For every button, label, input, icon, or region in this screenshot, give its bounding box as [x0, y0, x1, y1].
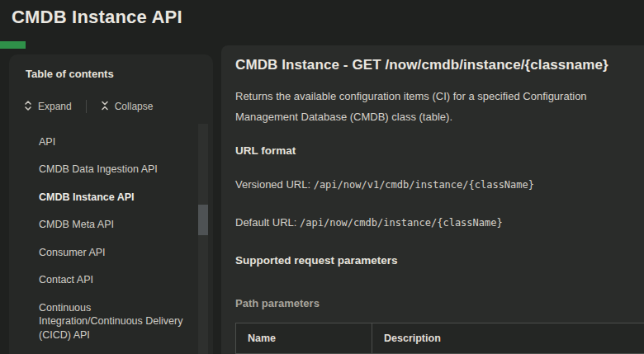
collapse-icon: [101, 100, 109, 114]
sidebar-item-consumer-api[interactable]: Consumer API: [39, 238, 185, 267]
collapse-button[interactable]: Collapse: [101, 100, 154, 114]
url-format-heading: URL format: [235, 144, 644, 157]
sidebar-item-csm-attachment-api[interactable]: CSM Attachment API: [39, 349, 185, 354]
default-url-value: /api/now/cmdb/instance/{className}: [300, 217, 503, 229]
versioned-url-value: /api/now/v1/cmdb/instance/{className}: [314, 179, 534, 191]
expand-label: Expand: [38, 101, 72, 112]
article-heading: CMDB Instance - GET /now/cmdb/instance/{…: [235, 57, 644, 73]
sidebar-item-cmdb-meta-api[interactable]: CMDB Meta API: [39, 211, 185, 239]
table-header-description: Description: [372, 323, 644, 354]
path-parameters-heading: Path parameters: [235, 297, 644, 309]
supported-request-parameters-heading: Supported request parameters: [235, 254, 644, 267]
main-content: CMDB Instance - GET /now/cmdb/instance/{…: [221, 45, 644, 354]
page: CMDB Instance API Table of contents Expa…: [0, 0, 644, 354]
intro-paragraph: Returns the available configuration item…: [235, 86, 642, 127]
sidebar-scrollbar-track[interactable]: [198, 124, 208, 354]
sidebar-item-cicd-api[interactable]: Continuous Integration/Continuous Delive…: [39, 294, 185, 349]
sidebar-scrollbar-thumb[interactable]: [198, 205, 208, 235]
table-header-row: Name Description: [236, 323, 644, 354]
toc-title: Table of contents: [26, 68, 213, 80]
expand-button[interactable]: Expand: [24, 100, 72, 114]
toc-toolbar: Expand Collapse: [24, 98, 213, 115]
versioned-url-label: Versioned URL:: [235, 178, 314, 191]
toc-list: API CMDB Data Ingestion API CMDB Instanc…: [9, 128, 213, 354]
toolbar-divider: [86, 100, 87, 113]
sidebar-item-api[interactable]: API: [39, 128, 185, 156]
accent-bar: [0, 41, 26, 49]
table-of-contents-panel: Table of contents Expand Collapse: [9, 54, 213, 354]
page-header: CMDB Instance API: [0, 0, 644, 41]
sidebar-item-cmdb-data-ingestion-api[interactable]: CMDB Data Ingestion API: [39, 156, 185, 184]
page-title: CMDB Instance API: [12, 7, 182, 28]
expand-icon: [24, 100, 32, 114]
default-url-line: Default URL: /api/now/cmdb/instance/{cla…: [235, 216, 644, 229]
sidebar-item-cmdb-instance-api[interactable]: CMDB Instance API: [39, 183, 185, 211]
table-header-name: Name: [236, 323, 372, 354]
default-url-label: Default URL:: [235, 216, 300, 229]
sidebar-item-contact-api[interactable]: Contact API: [39, 267, 185, 295]
collapse-label: Collapse: [115, 101, 154, 112]
versioned-url-line: Versioned URL: /api/now/v1/cmdb/instance…: [235, 178, 644, 191]
path-parameters-table: Name Description className CMDB class na…: [235, 323, 644, 354]
